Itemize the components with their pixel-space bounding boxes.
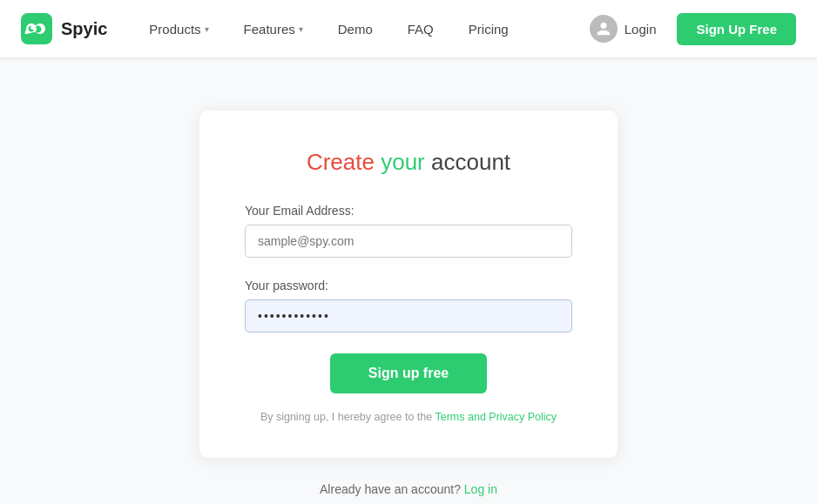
login-button[interactable]: Login — [579, 8, 667, 50]
email-group: Your Email Address: — [245, 204, 572, 258]
nav-faq[interactable]: FAQ — [394, 15, 448, 44]
features-chevron-icon: ▾ — [299, 24, 303, 34]
products-chevron-icon: ▾ — [205, 24, 209, 34]
login-label: Login — [625, 22, 657, 37]
navbar: Spyic Products ▾ Features ▾ Demo FAQ Pri… — [0, 0, 817, 58]
nav-signup-button[interactable]: Sign Up Free — [677, 13, 796, 45]
title-create: Create — [307, 149, 375, 175]
terms-text: By signing up, I hereby agree to the Ter… — [245, 411, 572, 423]
password-label: Your password: — [245, 279, 572, 292]
main-content: Create your account Your Email Address: … — [0, 58, 817, 504]
nav-features[interactable]: Features ▾ — [230, 15, 317, 44]
card-title: Create your account — [245, 149, 572, 176]
user-avatar-icon — [590, 15, 618, 43]
title-account: account — [431, 149, 510, 175]
signup-card: Create your account Your Email Address: … — [199, 111, 618, 458]
login-link[interactable]: Log in — [464, 482, 497, 496]
svg-rect-0 — [21, 13, 52, 44]
nav-products[interactable]: Products ▾ — [135, 15, 222, 44]
nav-pricing[interactable]: Pricing — [455, 15, 523, 44]
signup-main-button[interactable]: Sign up free — [330, 353, 487, 393]
already-account-text: Already have an account? Log in — [320, 482, 497, 496]
logo-icon — [21, 13, 52, 44]
email-label: Your Email Address: — [245, 204, 572, 218]
nav-links: Products ▾ Features ▾ Demo FAQ Pricing — [135, 15, 578, 44]
email-input[interactable] — [245, 225, 572, 258]
logo-text: Spyic — [61, 19, 107, 39]
password-input[interactable] — [245, 299, 572, 333]
password-group: Your password: — [245, 279, 572, 333]
nav-demo[interactable]: Demo — [324, 15, 387, 44]
terms-link[interactable]: Terms and Privacy Policy — [435, 411, 557, 423]
title-your: your — [381, 149, 425, 175]
logo-area[interactable]: Spyic — [21, 13, 107, 44]
nav-right: Login Sign Up Free — [579, 8, 796, 50]
